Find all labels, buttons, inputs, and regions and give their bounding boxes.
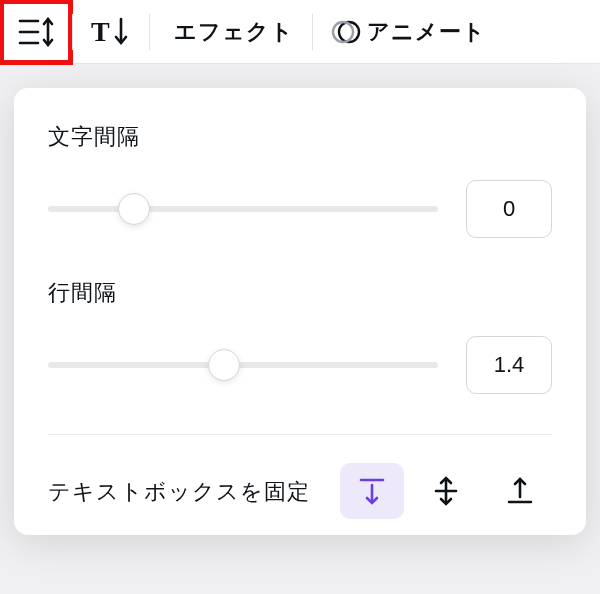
letter-spacing-slider[interactable] <box>48 189 438 229</box>
line-height-label: 行間隔 <box>48 278 552 308</box>
letter-spacing-input[interactable]: 0 <box>466 180 552 238</box>
animate-icon <box>331 17 361 47</box>
line-height-input[interactable]: 1.4 <box>466 336 552 394</box>
letter-spacing-field: 文字間隔 0 <box>48 122 552 238</box>
spacing-panel: 文字間隔 0 行間隔 1.4 テキストボックスを固定 <box>14 88 586 535</box>
anchor-row: テキストボックスを固定 <box>48 463 552 519</box>
slider-thumb[interactable] <box>208 349 240 381</box>
anchor-middle-button[interactable] <box>414 463 478 519</box>
vertical-text-icon: T <box>91 17 131 47</box>
slider-track <box>48 206 438 212</box>
slider-track <box>48 362 438 368</box>
top-toolbar: T エフェクト アニメート <box>0 0 600 64</box>
svg-text:T: T <box>91 17 110 47</box>
effects-label: エフェクト <box>174 17 294 47</box>
line-height-field: 行間隔 1.4 <box>48 278 552 394</box>
anchor-middle-icon <box>431 476 461 506</box>
anchor-top-button[interactable] <box>340 463 404 519</box>
divider <box>48 434 552 435</box>
anchor-bottom-button[interactable] <box>488 463 552 519</box>
slider-thumb[interactable] <box>118 193 150 225</box>
effects-button[interactable]: エフェクト <box>150 0 312 64</box>
letter-spacing-label: 文字間隔 <box>48 122 552 152</box>
spacing-button[interactable] <box>0 0 72 64</box>
anchor-bottom-icon <box>505 476 535 506</box>
line-spacing-icon <box>18 17 54 47</box>
anchor-top-icon <box>357 476 387 506</box>
vertical-text-button[interactable]: T <box>73 0 149 64</box>
anchor-label: テキストボックスを固定 <box>48 475 330 508</box>
line-height-slider[interactable] <box>48 345 438 385</box>
animate-button[interactable]: アニメート <box>313 0 504 64</box>
animate-label: アニメート <box>367 17 486 47</box>
